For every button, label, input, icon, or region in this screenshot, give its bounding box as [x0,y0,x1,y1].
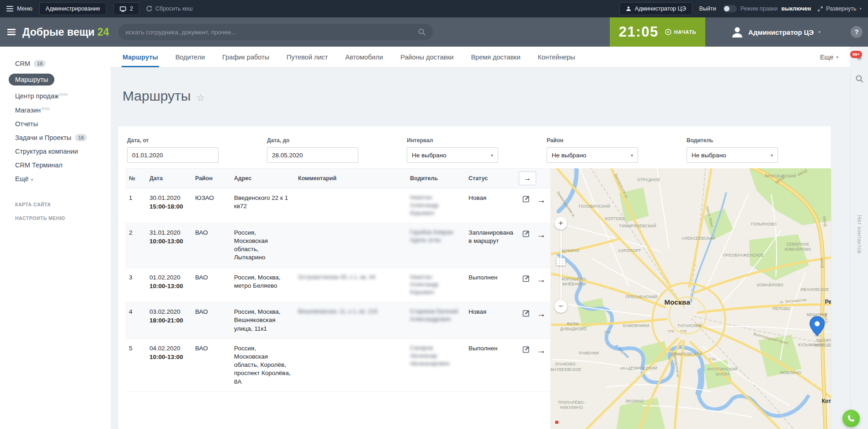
map-label: РАМЕНКИ [579,351,599,355]
edit-icon[interactable] [522,195,530,205]
toggle-off-icon [723,5,737,12]
zoom-slider-handle[interactable] [556,258,565,266]
district-select[interactable]: Не выбрано▾ [547,147,638,163]
sidebar-item-crm-terminal[interactable]: CRM Терминал [0,158,111,172]
date-value: 04.02.2020 [149,344,188,353]
tabs-more-label: Еще [820,54,834,61]
admin-menu-label: Меню [17,5,32,12]
logout-button[interactable]: Выйти [699,5,716,12]
table-row[interactable]: 130.01.202015:00-18:00ЮЗАОВведенского 22… [125,188,550,223]
tab-containers[interactable]: Контейнеры [538,47,575,67]
map-label: ГОЛЬЯНОВО [751,222,777,226]
sidebar-item-reports[interactable]: Отчеты [0,117,111,131]
cell-date: 04.02.202010:00-13:00 [146,338,192,391]
open-route-arrow[interactable]: → [537,273,546,286]
no-contacts-label: Нет контактов [856,215,863,254]
driver-select[interactable]: Не выбрано▾ [687,147,778,163]
table-row[interactable]: 504.02.202010:00-13:00ВАОРоссия, Московс… [125,338,550,391]
open-route-arrow[interactable]: → [537,194,546,206]
sidebar-item-crm[interactable]: CRM18 [0,57,111,70]
tab-waybill[interactable]: Путевой лист [287,47,328,67]
sidebar-hamburger-icon[interactable] [7,29,16,35]
table-row[interactable]: 403.02.202018:00-21:00ВАОРоссия, Москва,… [125,302,550,339]
sidebar-item-more[interactable]: Ещё▾ [0,172,111,186]
user-menu[interactable]: Администратор ЦЭ ▾ [731,26,820,38]
tab-delivery-time[interactable]: Время доставки [471,47,520,67]
date-value: 03.02.2020 [149,308,188,316]
filter-label: Интервал [407,137,498,144]
refresh-icon [146,6,152,12]
edit-mode-toggle[interactable]: Режим правки выключен [723,5,811,12]
map-label: ЯРОСЛАВСКИЙ [765,173,796,178]
tab-drivers[interactable]: Водители [176,47,205,67]
work-timer[interactable]: 21:05 НАЧАТЬ [610,17,705,47]
date-value: 30.01.2020 [149,194,188,202]
table-row[interactable]: 231.01.202010:00-13:00ВАОРоссия, Московс… [125,223,550,268]
table-row[interactable]: 301.02.202010:00-13:00ВАОРоссия, Москва,… [125,268,550,302]
cell-driver: Сапаров Авганазар Авганазарович [406,338,465,391]
open-route-arrow[interactable]: → [537,229,546,241]
app-logo[interactable]: Добрые вещи24 [22,26,109,38]
sidebar-item-label: Структура компании [15,148,78,155]
edit-mode-label: Режим правки [740,5,778,12]
clear-cache-button[interactable]: Сбросить кеш [146,5,193,12]
sidebar-item-label: Магазин [15,107,41,114]
chevron-down-icon: ▾ [771,153,773,158]
search-icon[interactable] [418,28,426,36]
notifications-button[interactable]: 99+ [855,54,863,64]
edit-icon[interactable] [522,274,530,284]
interval-select[interactable]: Не выбрано▾ [407,147,498,163]
map-label: КОПТЕВО [605,216,624,221]
map-marker-red[interactable] [554,420,559,424]
edit-icon[interactable] [522,230,530,240]
cell-number: 2 [125,223,146,268]
tab-work-schedule[interactable]: График работы [222,47,269,67]
sidebar-link-configure-menu[interactable]: НАСТРОИТЬ МЕНЮ [0,211,111,225]
date-to-input[interactable] [267,147,358,163]
time-value: 18:00-21:00 [149,316,188,325]
zoom-in-button[interactable]: + [554,217,567,230]
favorite-star-icon[interactable]: ☆ [196,92,205,103]
cell-status: Выполнен [465,338,515,391]
sidebar-item-shop[interactable]: Магазинbeta [0,103,111,117]
expand-button[interactable]: Развернуть ▾ [818,5,862,12]
open-route-arrow[interactable]: → [537,344,546,357]
sidebar-item-company-structure[interactable]: Структура компании [0,145,111,158]
map-label: ПЕРОВО [772,306,790,311]
open-route-arrow[interactable]: → [537,308,546,320]
cell-district: ВАО [192,268,230,302]
moscow-map[interactable]: МКАДМКАДМКАДМКАДМКАДЯРОСЛАВСКИЙОТРАДНОЕД… [550,168,831,429]
sidebar-item-routes[interactable]: Маршруты [0,70,111,89]
help-button[interactable]: ? [851,26,863,38]
tabs-more-button[interactable]: Еще ▾ [820,54,838,61]
openlines-call-button[interactable] [842,410,860,427]
map-label: ИЗМАЙЛОВО [784,247,811,252]
right-rail: 99+ Нет контактов [850,47,868,429]
cell-district: ЮЗАО [192,188,230,223]
tab-routes[interactable]: Маршруты [122,47,158,67]
cell-actions: → [515,302,550,339]
search-input[interactable] [126,29,414,36]
rail-search-button[interactable] [856,75,863,85]
sidebar-link-sitemap[interactable]: КАРТА САЙТА [0,198,111,211]
zoom-out-button[interactable]: − [554,300,567,313]
cell-actions: → [515,223,550,268]
admin-menu-button[interactable]: Меню [6,5,32,12]
sidebar-item-sales-center[interactable]: Центр продажbeta [0,89,111,103]
date-from-input[interactable] [127,147,218,163]
admin-user-button[interactable]: Администратор ЦЭ [619,2,692,15]
edit-icon[interactable] [522,345,530,355]
chevron-down-icon: ▾ [859,6,862,11]
map-label: АКАДЕМИЧЕСКИЙ [620,365,657,370]
timer-start-button[interactable]: НАЧАТЬ [665,29,696,35]
tab-cars[interactable]: Автомобили [345,47,383,67]
edit-icon[interactable] [522,309,530,319]
filter-driver: ВодительНе выбрано▾ [687,137,778,163]
administration-button[interactable]: Администрирование [39,2,107,15]
select-value: Не выбрано [412,152,447,159]
expand-table-button[interactable]: → [519,172,536,185]
sidebar-item-tasks-projects[interactable]: Задачи и Проекты18 [0,131,111,145]
map-label: НИКУЛИНО [560,405,583,410]
tab-delivery-districts[interactable]: Районы доставки [400,47,453,67]
monitor-button[interactable]: 2 [113,2,139,15]
